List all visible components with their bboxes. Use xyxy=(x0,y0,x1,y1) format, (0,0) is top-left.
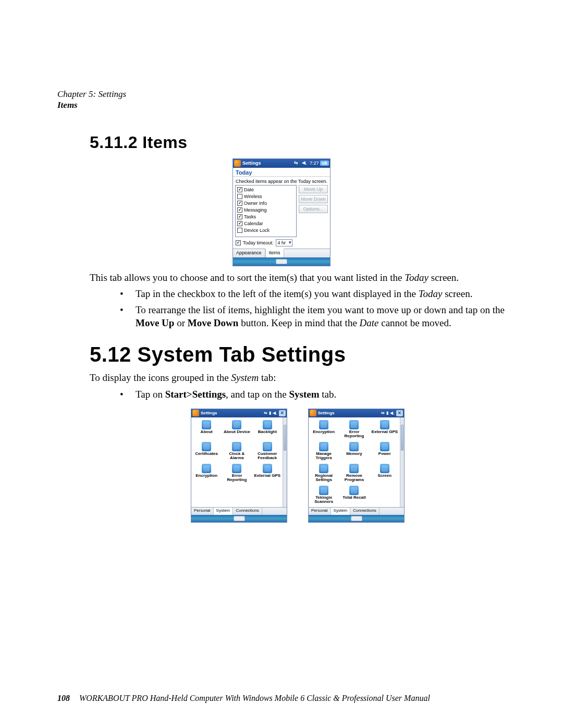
system-item-external-gps[interactable]: External GPS xyxy=(252,463,283,485)
tab-personal[interactable]: Personal xyxy=(309,508,331,515)
system-icon-grid[interactable]: About About Device Backlight Certificate… xyxy=(191,417,283,507)
system-item-external-gps[interactable]: External GPS xyxy=(370,419,400,441)
timeout-select[interactable]: 4 hr xyxy=(276,239,293,246)
move-up-button[interactable]: Move Up xyxy=(299,185,328,193)
error-icon xyxy=(232,464,241,473)
system-item-screen[interactable]: Screen xyxy=(370,463,400,485)
checkbox-icon[interactable] xyxy=(237,187,242,192)
system-item-total-recall[interactable]: Total Recall xyxy=(339,485,369,507)
tab-bar: Personal System Connections xyxy=(309,507,404,515)
system-item-manage-triggers[interactable]: Manage Triggers xyxy=(309,441,339,463)
system-item-clock-alarms[interactable]: Clock & Alarms xyxy=(222,441,252,463)
system-icon-grid[interactable]: Encryption Error Reporting External GPS … xyxy=(309,417,400,507)
clock-icon xyxy=(232,442,241,451)
system-item-empty xyxy=(370,485,400,507)
running-header: Chapter 5: Settings Items xyxy=(57,89,506,111)
connectivity-icon[interactable]: ⇆ xyxy=(381,411,385,415)
connectivity-icon[interactable]: ⇆ xyxy=(264,411,267,415)
checkbox-icon[interactable] xyxy=(237,194,242,199)
list-item[interactable]: Tasks xyxy=(237,214,295,220)
wm-titlebar: Settings ⇆ ▮ ◀꜀ ✕ xyxy=(309,409,404,417)
tab-appearance[interactable]: Appearance xyxy=(233,249,265,257)
items-listbox[interactable]: Date Wireless Owner Info Messaging Tasks… xyxy=(235,185,297,237)
tab-connections[interactable]: Connections xyxy=(233,508,262,515)
items-bullet-list: Tap in the checkbox to the left of the i… xyxy=(120,288,506,329)
tab-system[interactable]: System xyxy=(331,508,351,515)
section-5-12-heading: 5.12 System Tab Settings xyxy=(90,343,506,366)
list-item-label: Tasks xyxy=(244,214,256,219)
system-item-remove-programs[interactable]: Remove Programs xyxy=(339,463,369,485)
keyboard-icon[interactable] xyxy=(276,259,287,264)
soft-key-bar xyxy=(233,257,330,266)
system-item-regional-settings[interactable]: Regional Settings xyxy=(309,463,339,485)
timeout-label: Today timeout: xyxy=(243,240,274,245)
encryption-icon xyxy=(319,420,328,429)
list-item-label: Messaging xyxy=(244,207,267,213)
tab-personal[interactable]: Personal xyxy=(191,508,214,515)
options-button[interactable]: Options... xyxy=(299,205,328,213)
wm-titlebar: Settings ⇆ ◀꜀ 7:27 ok xyxy=(233,159,330,168)
titlebar-time: 7:27 xyxy=(310,161,319,166)
checkbox-icon[interactable] xyxy=(237,228,242,233)
page-footer: 108 WORKABOUT PRO Hand-Held Computer Wit… xyxy=(57,694,506,703)
volume-icon[interactable]: ◀꜀ xyxy=(302,160,308,166)
signal-icon[interactable]: ▮ xyxy=(386,411,388,415)
system-item-encryption[interactable]: Encryption xyxy=(191,463,222,485)
system-item-teklogix-scanners[interactable]: Teklogix Scanners xyxy=(309,485,339,507)
header-subhead: Items xyxy=(57,100,506,110)
start-icon[interactable] xyxy=(192,410,199,416)
keyboard-icon[interactable] xyxy=(351,516,362,521)
checkbox-icon[interactable] xyxy=(237,214,242,219)
keyboard-icon[interactable] xyxy=(234,516,245,521)
checkbox-icon[interactable] xyxy=(237,201,242,206)
timeout-checkbox[interactable] xyxy=(236,240,241,245)
titlebar-title: Settings xyxy=(242,161,261,166)
system-item-about-device[interactable]: About Device xyxy=(222,419,252,441)
close-icon[interactable]: ✕ xyxy=(279,410,286,416)
system-item-customer-feedback[interactable]: Customer Feedback xyxy=(252,441,283,463)
page: Chapter 5: Settings Items 5.11.2 Items S… xyxy=(0,0,563,728)
regional-icon xyxy=(319,464,328,473)
button-column: Move Up Move Down Options... xyxy=(299,185,328,237)
list-item[interactable]: Messaging xyxy=(237,207,295,214)
tab-items[interactable]: Items xyxy=(265,249,284,257)
system-item-error-reporting[interactable]: Error Reporting xyxy=(222,463,252,485)
scrollbar[interactable] xyxy=(283,417,287,507)
bullet-start-settings: Tap on Start>Settings, and tap on the Sy… xyxy=(120,388,506,401)
system-item-power[interactable]: Power xyxy=(370,441,400,463)
system-tab-screenshot-1: Settings ⇆ ▮ ◀꜀ ✕ About About Device Bac… xyxy=(191,409,287,523)
list-item[interactable]: Owner Info xyxy=(237,200,295,207)
ok-button[interactable]: ok xyxy=(320,161,329,166)
list-item[interactable]: Date xyxy=(237,187,295,193)
power-icon xyxy=(380,442,389,451)
system-item-encryption[interactable]: Encryption xyxy=(309,419,339,441)
signal-icon[interactable]: ▮ xyxy=(269,411,271,415)
connectivity-icon[interactable]: ⇆ xyxy=(294,160,300,166)
list-item[interactable]: Calendar xyxy=(237,220,295,227)
tab-connections[interactable]: Connections xyxy=(350,508,379,515)
list-item[interactable]: Wireless xyxy=(237,193,295,200)
system-item-error-reporting[interactable]: Error Reporting xyxy=(339,419,369,441)
page-subtitle: Today xyxy=(233,168,330,177)
system-item-backlight[interactable]: Backlight xyxy=(252,419,283,441)
feedback-icon xyxy=(263,442,272,451)
checkbox-icon[interactable] xyxy=(237,221,242,226)
tab-system[interactable]: System xyxy=(214,508,234,515)
system-item-memory[interactable]: Memory xyxy=(339,441,369,463)
close-icon[interactable]: ✕ xyxy=(396,410,403,416)
system-screenshots-row: Settings ⇆ ▮ ◀꜀ ✕ About About Device Bac… xyxy=(90,409,506,523)
start-icon[interactable] xyxy=(234,160,241,167)
volume-icon[interactable]: ◀꜀ xyxy=(390,411,395,416)
volume-icon[interactable]: ◀꜀ xyxy=(273,411,277,416)
system-item-certificates[interactable]: Certificates xyxy=(191,441,222,463)
move-down-button[interactable]: Move Down xyxy=(299,195,328,203)
soft-key-bar xyxy=(191,515,287,522)
header-chapter: Chapter 5: Settings xyxy=(57,89,506,100)
tab-bar: Appearance Items xyxy=(233,249,330,257)
para-items-intro: This tab allows you to choose and to sor… xyxy=(90,272,506,284)
checkbox-icon[interactable] xyxy=(237,207,242,213)
system-item-about[interactable]: About xyxy=(191,419,222,441)
scrollbar[interactable] xyxy=(400,417,404,507)
start-icon[interactable] xyxy=(310,410,316,416)
list-item[interactable]: Device Lock xyxy=(237,227,295,234)
